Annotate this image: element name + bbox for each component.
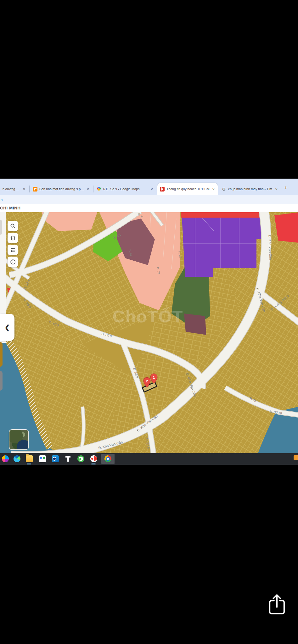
tab-title: 6 Đ. Số 9 - Google Maps [103, 187, 148, 191]
red-white-app-icon[interactable] [90, 455, 97, 462]
t-logo-app-icon[interactable] [65, 455, 71, 462]
map-info-button[interactable] [8, 257, 18, 267]
page-title: CHÍ MINH [0, 206, 21, 210]
legend-gold-chip[interactable] [0, 342, 3, 367]
search-icon [10, 223, 16, 229]
tab-google-search[interactable]: G chụp màn hình máy tính - Tìm × [219, 183, 281, 195]
tab-quy-hoach-active[interactable]: Thông tin quy hoạch TP.HCM × [157, 183, 218, 195]
tab-title: Thông tin quy hoạch TP.HCM [166, 187, 210, 191]
page-header-row: CHÍ MINH [0, 204, 298, 213]
tab-separator [93, 186, 93, 192]
start-button-icon[interactable] [2, 455, 9, 462]
new-tab-button[interactable]: + [284, 185, 288, 192]
tab-title: chụp màn hình máy tính - Tìm [228, 187, 273, 191]
tab-google-maps[interactable]: 6 Đ. Số 9 - Google Maps × [94, 183, 156, 195]
chotot-favicon-icon [33, 187, 37, 192]
quyhoach-favicon-icon [160, 187, 165, 192]
tab-title: Bán nhà mặt tiền đường 9 phư [39, 187, 84, 191]
google-maps-pin-icon [97, 187, 101, 192]
tab-close-icon[interactable]: × [211, 187, 215, 191]
purple-education-zone[interactable] [182, 215, 262, 277]
tab-close-icon[interactable]: × [86, 187, 90, 191]
tab-close-icon[interactable]: × [22, 187, 26, 191]
tab-title: n đường số 4 p [3, 187, 20, 191]
outlook-icon[interactable] [52, 455, 59, 462]
share-button[interactable] [267, 592, 287, 618]
panel-collapse-toggle[interactable]: ❮ [0, 314, 14, 341]
tab-duong-so-4[interactable]: n đường số 4 p × [0, 183, 28, 195]
tab-close-icon[interactable]: × [150, 187, 154, 191]
watermark: ChoTỐT [113, 307, 183, 326]
browser-tab-strip: n đường số 4 p × Bán nhà mặt tiền đường … [0, 179, 298, 195]
running-indicator [27, 464, 31, 464]
legend-gray-chip[interactable] [0, 371, 3, 391]
tab-ban-nha[interactable]: Bán nhà mặt tiền đường 9 phư × [30, 183, 92, 195]
layers-icon [10, 235, 16, 241]
edge-icon[interactable] [14, 455, 20, 462]
satellite-minimap[interactable] [9, 429, 29, 450]
pin-number: 1 [153, 375, 155, 379]
zoning-map[interactable]: Đ. Số 4 Đ. Số 9 Đ. Số 9 Đ. Số 9 Đ. Số 9 … [0, 212, 298, 453]
list-icon [10, 247, 16, 253]
chevron-left-icon: ❮ [5, 324, 10, 331]
maroon-parcel[interactable] [184, 314, 206, 335]
file-explorer-icon[interactable] [26, 455, 33, 462]
map-layers-button[interactable] [8, 233, 18, 243]
address-partial-text: n [1, 198, 3, 202]
windows-taskbar [0, 453, 298, 465]
google-g-icon: G [222, 187, 226, 192]
chrome-icon[interactable] [104, 455, 111, 462]
microsoft-store-icon[interactable] [39, 455, 46, 462]
taskbar-tray-icon[interactable] [294, 455, 298, 460]
tab-separator [29, 186, 30, 192]
tab-close-icon[interactable]: × [274, 187, 278, 191]
pin-number: 2 [146, 379, 148, 383]
running-indicator [91, 464, 96, 464]
coccoc-browser-icon[interactable] [77, 455, 84, 462]
info-icon [10, 259, 16, 265]
address-bar-row[interactable]: n [0, 195, 298, 204]
zoning-map-canvas[interactable]: Đ. Số 4 Đ. Số 9 Đ. Số 9 Đ. Số 9 Đ. Số 9 … [0, 212, 298, 453]
map-search-button[interactable] [8, 221, 18, 231]
panel-chip [0, 220, 2, 235]
map-legend-button[interactable] [8, 245, 18, 255]
phone-photo-viewer: n đường số 4 p × Bán nhà mặt tiền đường … [0, 0, 298, 644]
